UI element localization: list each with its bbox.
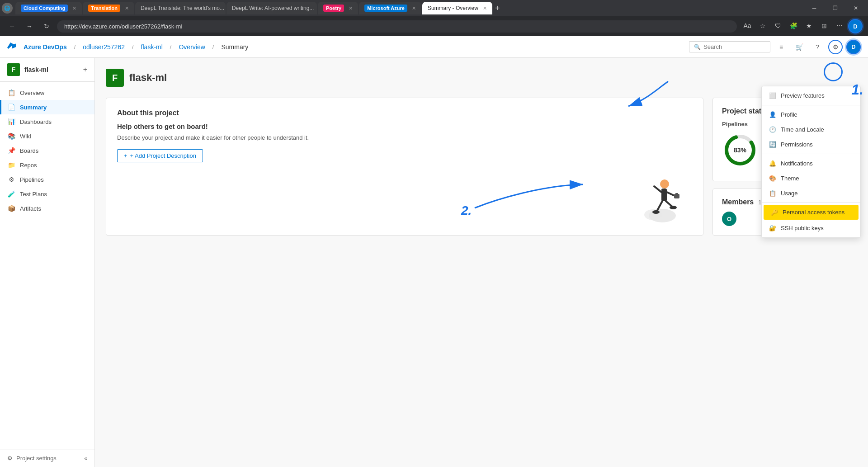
sidebar-item-artifacts[interactable]: 📦 Artifacts bbox=[0, 201, 94, 216]
sidebar-item-dashboards[interactable]: 📊 Dashboards bbox=[0, 114, 94, 129]
svg-line-4 bbox=[654, 186, 661, 192]
new-tab-button[interactable]: + bbox=[493, 2, 502, 15]
dropdown-divider-3 bbox=[762, 203, 860, 203]
add-project-button[interactable]: + bbox=[83, 66, 87, 74]
sidebar-label-summary: Summary bbox=[20, 104, 47, 111]
app-layout: F flask-ml + 📋 Overview 📄 Summary 📊 bbox=[0, 58, 868, 467]
about-card: About this project Help others to get on… bbox=[106, 98, 703, 236]
breadcrumb-overview[interactable]: Overview bbox=[179, 43, 205, 51]
user-profile-avatar[interactable]: D bbox=[848, 19, 863, 33]
tab-close-poetry[interactable]: ✕ bbox=[349, 5, 353, 11]
shield-icon[interactable]: 🛡 bbox=[771, 19, 785, 33]
search-input[interactable] bbox=[703, 43, 762, 50]
tab-label-summary: Summary - Overview bbox=[428, 5, 478, 11]
svg-point-2 bbox=[660, 179, 669, 189]
sidebar-label-overview: Overview bbox=[20, 90, 44, 96]
dropdown-label-pat: Personal access tokens bbox=[783, 209, 844, 216]
tab-deepl-write[interactable]: DeepL Write: AI-powered writing... ✕ bbox=[226, 2, 317, 14]
time-locale-icon: 🕐 bbox=[769, 126, 776, 133]
project-settings-label: Project settings bbox=[16, 455, 57, 462]
url-input[interactable] bbox=[57, 20, 737, 33]
search-box[interactable]: 🔍 bbox=[689, 41, 770, 52]
dropdown-divider-2 bbox=[762, 154, 860, 154]
tab-badge-cloud: Cloud Computing bbox=[21, 5, 68, 12]
sidebar-project-header: F flask-ml + bbox=[0, 58, 94, 82]
tab-deepl-translate[interactable]: DeepL Translate: The world's mo... ✕ bbox=[135, 2, 226, 14]
azure-devops-logo bbox=[7, 41, 16, 52]
minimize-button[interactable]: ─ bbox=[804, 0, 825, 16]
help-icon[interactable]: ? bbox=[810, 40, 825, 54]
page-project-icon: F bbox=[106, 69, 124, 87]
tab-poetry[interactable]: Poetry ✕ bbox=[318, 2, 358, 14]
breadcrumb-sep-3: / bbox=[170, 43, 172, 50]
tab-close-translation[interactable]: ✕ bbox=[125, 5, 129, 11]
account-avatar[interactable]: D bbox=[846, 40, 861, 54]
list-icon[interactable]: ≡ bbox=[774, 40, 788, 54]
svg-rect-11 bbox=[675, 193, 678, 195]
extensions-button[interactable]: 🧩 bbox=[787, 19, 800, 33]
tab-close-cloud[interactable]: ✕ bbox=[72, 5, 76, 11]
forward-button[interactable]: → bbox=[23, 19, 36, 33]
dropdown-item-time-locale[interactable]: 🕐 Time and Locale bbox=[762, 122, 860, 137]
favorites-button[interactable]: ★ bbox=[802, 19, 816, 33]
breadcrumb-sep-1: / bbox=[74, 43, 76, 50]
sidebar-item-test-plans[interactable]: 🧪 Test Plans bbox=[0, 187, 94, 201]
artifacts-icon: 📦 bbox=[7, 205, 15, 212]
dropdown-item-ssh[interactable]: 🔐 SSH public keys bbox=[762, 221, 860, 236]
tab-summary-overview[interactable]: Summary - Overview ✕ bbox=[422, 2, 492, 14]
dropdown-item-usage[interactable]: 📋 Usage bbox=[762, 186, 860, 201]
extension-icon: 🌐 bbox=[2, 3, 13, 14]
tab-close-azure[interactable]: ✕ bbox=[412, 5, 416, 11]
dropdown-item-permissions[interactable]: 🔄 Permissions bbox=[762, 137, 860, 152]
basket-icon[interactable]: 🛒 bbox=[792, 40, 807, 54]
breadcrumb-org[interactable]: odluser257262 bbox=[83, 43, 125, 51]
back-button[interactable]: ← bbox=[5, 19, 19, 33]
sidebar-label-test-plans: Test Plans bbox=[20, 191, 47, 198]
tab-azure[interactable]: Microsoft Azure ✕ bbox=[359, 2, 421, 14]
dropdown-item-theme[interactable]: 🎨 Theme bbox=[762, 171, 860, 186]
dropdown-item-preview[interactable]: ⬜ Preview features bbox=[762, 88, 860, 103]
about-card-title: About this project bbox=[117, 109, 692, 117]
dropdown-divider-1 bbox=[762, 105, 860, 105]
search-icon: 🔍 bbox=[694, 44, 701, 50]
sidebar-item-summary[interactable]: 📄 Summary bbox=[0, 100, 94, 114]
tab-close-summary[interactable]: ✕ bbox=[483, 5, 487, 11]
tab-translation[interactable]: Translation ✕ bbox=[83, 2, 134, 14]
project-settings-link[interactable]: ⚙ Project settings « bbox=[0, 449, 94, 467]
sidebar-item-boards[interactable]: 📌 Boards bbox=[0, 143, 94, 158]
collections-button[interactable]: ⊞ bbox=[817, 19, 831, 33]
org-name[interactable]: Azure DevOps bbox=[24, 43, 67, 51]
main-content: F flask-ml About this project Help other… bbox=[95, 58, 868, 467]
sidebar-item-overview[interactable]: 📋 Overview bbox=[0, 85, 94, 100]
reload-button[interactable]: ↻ bbox=[40, 19, 53, 33]
top-nav-right: 🔍 ≡ 🛒 ? ⚙ D bbox=[689, 40, 861, 54]
dropdown-item-pat[interactable]: 🔑 Personal access tokens bbox=[764, 205, 859, 220]
runner-illustration bbox=[622, 170, 685, 226]
boards-icon: 📌 bbox=[7, 147, 15, 154]
pat-icon: 🔑 bbox=[771, 209, 778, 216]
sidebar-item-pipelines[interactable]: ⚙ Pipelines bbox=[0, 172, 94, 187]
donut-percent-label: 83% bbox=[734, 146, 746, 154]
more-button[interactable]: ⋯ bbox=[833, 19, 846, 33]
window-controls: ─ ❐ ✕ bbox=[804, 0, 866, 16]
dropdown-label-preview: Preview features bbox=[781, 92, 825, 99]
close-button[interactable]: ✕ bbox=[845, 0, 866, 16]
sidebar-item-wiki[interactable]: 📚 Wiki bbox=[0, 129, 94, 143]
breadcrumb-project[interactable]: flask-ml bbox=[141, 43, 163, 51]
sidebar-collapse-icon[interactable]: « bbox=[84, 455, 87, 462]
permissions-icon: 🔄 bbox=[769, 141, 776, 148]
dropdown-label-permissions: Permissions bbox=[781, 141, 813, 148]
read-mode-button[interactable]: Aa bbox=[741, 19, 754, 33]
sidebar-nav: 📋 Overview 📄 Summary 📊 Dashboards 📚 Wiki bbox=[0, 82, 94, 219]
bookmark-button[interactable]: ☆ bbox=[756, 19, 769, 33]
settings-icon[interactable]: ⚙ bbox=[828, 40, 843, 54]
dropdown-item-profile[interactable]: 👤 Profile bbox=[762, 107, 860, 122]
settings-gear-icon: ⚙ bbox=[7, 455, 13, 462]
restore-button[interactable]: ❐ bbox=[825, 0, 845, 16]
dropdown-item-notifications[interactable]: 🔔 Notifications bbox=[762, 156, 860, 171]
sidebar-item-repos[interactable]: 📁 Repos bbox=[0, 158, 94, 172]
add-project-description-button[interactable]: + + Add Project Description bbox=[117, 149, 203, 162]
summary-icon: 📄 bbox=[7, 104, 15, 111]
tab-cloud-computing[interactable]: Cloud Computing ✕ bbox=[15, 2, 82, 14]
dropdown-label-time-locale: Time and Locale bbox=[781, 126, 824, 133]
